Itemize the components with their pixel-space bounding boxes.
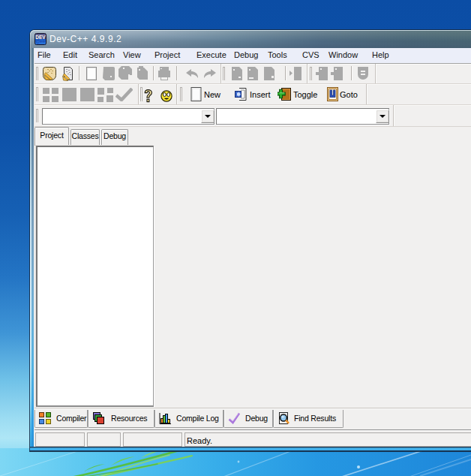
- svg-text:C++: C++: [36, 39, 45, 44]
